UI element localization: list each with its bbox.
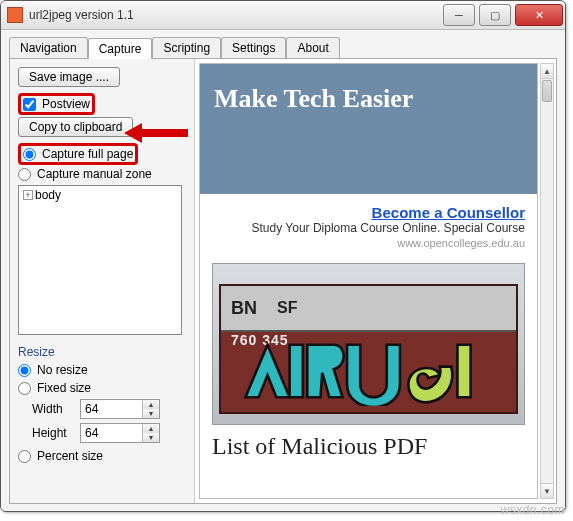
scroll-down-icon[interactable]: ▼ [541,483,553,498]
percent-size-radio[interactable] [18,450,31,463]
capture-full-radio[interactable] [23,148,36,161]
width-input[interactable]: 64 ▲▼ [80,399,160,419]
page-site-title: Make Tech Easier [200,64,537,194]
postview-label: Postview [42,97,90,111]
width-label: Width [32,402,72,416]
preview-vertical-scrollbar[interactable]: ▲ ▼ [540,63,554,499]
watermark: wsxdn.com [500,503,565,517]
save-image-button[interactable]: Save image .... [18,67,120,87]
width-spinner[interactable]: ▲▼ [142,400,159,418]
railcar-sf: SF [277,299,297,317]
capture-options-panel: Save image .... Postview Copy to clipboa… [10,59,194,503]
capture-manual-radio[interactable] [18,168,31,181]
capture-manual-label: Capture manual zone [37,167,152,181]
fixed-size-radio[interactable] [18,382,31,395]
postview-highlight: Postview [18,93,95,115]
tab-content: Save image .... Postview Copy to clipboa… [9,58,557,504]
app-icon [7,7,23,23]
capture-full-highlight: Capture full page [18,143,138,165]
fixed-size-label: Fixed size [37,381,91,395]
height-input[interactable]: 64 ▲▼ [80,423,160,443]
graffiti-art [241,336,506,406]
page-next-headline: List of Malicious PDF [200,425,537,460]
scroll-up-icon[interactable]: ▲ [541,64,553,79]
tab-about[interactable]: About [286,37,339,58]
capture-manual-option[interactable]: Capture manual zone [18,167,186,181]
tab-navigation[interactable]: Navigation [9,37,88,58]
railcar-bn: BN [231,298,257,319]
ad-url: www.opencolleges.edu.au [212,237,525,249]
captured-page[interactable]: Make Tech Easier Become a Counsellor Stu… [199,63,538,499]
spin-up-icon[interactable]: ▲ [143,424,159,433]
tab-scripting[interactable]: Scripting [152,37,221,58]
ad-subtitle: Study Your Diploma Course Online. Specia… [212,221,525,235]
minimize-button[interactable]: ─ [443,4,475,26]
tab-capture[interactable]: Capture [88,38,153,59]
fixed-size-option[interactable]: Fixed size [18,381,186,395]
preview-pane: Make Tech Easier Become a Counsellor Stu… [194,59,556,503]
spin-down-icon[interactable]: ▼ [143,433,159,442]
ad-title-link[interactable]: Become a Counsellor [372,204,525,221]
percent-size-option[interactable]: Percent size [18,449,186,463]
app-window: url2jpeg version 1.1 ─ ▢ ✕ Navigation Ca… [0,0,566,512]
height-value: 64 [85,426,98,440]
maximize-button[interactable]: ▢ [479,4,511,26]
page-ad: Become a Counsellor Study Your Diploma C… [200,194,537,255]
copy-clipboard-button[interactable]: Copy to clipboard [18,117,133,137]
scroll-thumb[interactable] [542,80,552,102]
spin-up-icon[interactable]: ▲ [143,400,159,409]
tree-expand-icon[interactable]: + [23,190,33,200]
postview-option[interactable]: Postview [23,97,90,111]
no-resize-radio[interactable] [18,364,31,377]
spin-down-icon[interactable]: ▼ [143,409,159,418]
capture-full-label: Capture full page [42,147,133,161]
titlebar: url2jpeg version 1.1 ─ ▢ ✕ [1,1,565,30]
window-title: url2jpeg version 1.1 [29,8,441,22]
tree-root-item[interactable]: + body [23,188,177,202]
height-spinner[interactable]: ▲▼ [142,424,159,442]
no-resize-label: No resize [37,363,88,377]
postview-checkbox[interactable] [23,98,36,111]
height-label: Height [32,426,72,440]
tree-root-label: body [35,188,61,202]
close-button[interactable]: ✕ [515,4,563,26]
client-area: Navigation Capture Scripting Settings Ab… [1,30,565,512]
tab-strip: Navigation Capture Scripting Settings Ab… [9,36,557,58]
dom-tree[interactable]: + body [18,185,182,335]
percent-size-label: Percent size [37,449,103,463]
page-image: BN SF 760 345 [212,263,525,425]
width-value: 64 [85,402,98,416]
resize-group-header: Resize [18,345,186,359]
height-row: Height 64 ▲▼ [32,423,186,443]
capture-full-option[interactable]: Capture full page [23,147,133,161]
window-buttons: ─ ▢ ✕ [441,4,565,26]
tab-settings[interactable]: Settings [221,37,286,58]
no-resize-option[interactable]: No resize [18,363,186,377]
width-row: Width 64 ▲▼ [32,399,186,419]
